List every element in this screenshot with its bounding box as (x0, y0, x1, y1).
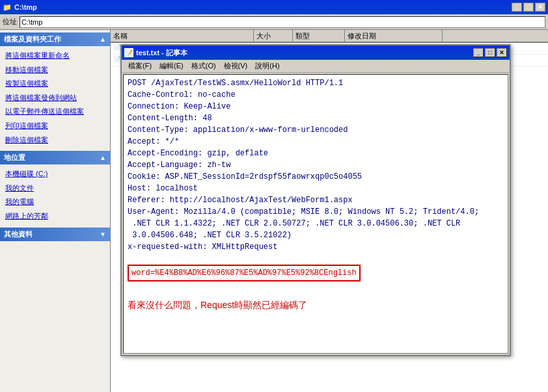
menu-file[interactable]: 檔案(F) (124, 60, 156, 72)
sidebar-item-print[interactable]: 列印這個檔案 (0, 119, 110, 133)
sidebar-item-move[interactable]: 移動這個檔案 (0, 63, 110, 77)
notepad-line-7: Accept-Language: zh-tw (128, 159, 504, 171)
window-titlebar: 📁 C:\tmp _ □ ✕ (0, 0, 548, 14)
sidebar-item-my-computer[interactable]: 我的電腦 (0, 195, 110, 209)
sidebar-item-my-docs[interactable]: 我的文件 (0, 181, 110, 196)
sidebar-location-title: 地位置 (4, 153, 25, 163)
menu-view[interactable]: 檢視(V) (220, 60, 252, 72)
notepad-line-4: Content-Type: application/x-www-form-url… (128, 124, 504, 136)
notepad-minimize-button[interactable]: _ (473, 48, 484, 57)
sidebar-section-location: 地位置 ▲ 本機磁碟 (C:) 我的文件 我的電腦 網路上的芳鄰 (0, 151, 110, 223)
notepad-icon: 📝 (124, 48, 133, 57)
sidebar: 檔案及資料夾工作 ▲ 將這個檔案重新命名 移動這個檔案 複製這個檔案 將這個檔案… (0, 30, 111, 392)
notepad-line-8: Cookie: ASP.NET_SessionId=2rdspf55faowrx… (128, 171, 504, 183)
address-input[interactable] (20, 16, 545, 28)
notepad-window: 📝 test.txt - 記事本 _ □ ✕ 檔案(F) 編輯(E) 格式(O)… (120, 44, 511, 356)
notepad-line-11: User-Agent: Mozilla/4.0 (compatible; MSI… (128, 206, 504, 218)
sidebar-section-files-header[interactable]: 檔案及資料夾工作 ▲ (0, 33, 110, 46)
menu-format[interactable]: 格式(O) (187, 60, 220, 72)
notepad-line-2: Connection: Keep-Alive (128, 101, 504, 112)
notepad-line-10: Referer: http://localhost/AjaxTest/WebFo… (128, 194, 504, 206)
notepad-title: test.txt - 記事本 (136, 48, 473, 58)
address-bar: 位址 (0, 14, 548, 30)
notepad-content[interactable]: POST /AjaxTest/TestWS.asmx/HelloWorld HT… (123, 74, 508, 354)
notepad-titlebar: 📝 test.txt - 記事本 _ □ ✕ (122, 46, 510, 60)
notepad-line-9: Host: localhost (128, 183, 504, 194)
sidebar-item-local-disk[interactable]: 本機磁碟 (C:) (0, 167, 110, 181)
col-header-name[interactable]: 名稱 (111, 30, 254, 42)
notepad-line-13: 3.0.04506.648; .NET CLR 3.5.21022) (128, 229, 504, 241)
chevron-up-icon-2: ▲ (100, 154, 106, 161)
sidebar-other-title: 其他資料 (4, 229, 33, 239)
minimize-button[interactable]: _ (512, 3, 522, 12)
sidebar-item-email[interactable]: 以電子郵件傳送這個檔案 (0, 105, 110, 119)
notepad-line-14: x-requested-with: XMLHttpRequest (128, 241, 504, 253)
highlight-text: word=%E4%B8%AD%E6%96%87%E5%AD%97%E5%92%8… (128, 265, 361, 281)
notepad-line-6: Accept-Encoding: gzip, deflate (128, 148, 504, 159)
window-icon: 📁 (3, 3, 12, 12)
notepad-menubar: 檔案(F) 編輯(E) 格式(O) 檢視(V) 說明(H) (122, 60, 510, 73)
chevron-down-icon: ▼ (100, 231, 106, 238)
notepad-line-1: Cache-Control: no-cache (128, 89, 504, 101)
sidebar-item-copy[interactable]: 複製這個檔案 (0, 77, 110, 91)
sidebar-section-other: 其他資料 ▼ (0, 228, 110, 241)
notepad-maximize-button[interactable]: □ (485, 48, 495, 57)
col-header-date[interactable]: 修改日期 (345, 30, 443, 42)
notepad-line-3: Content-Length: 48 (128, 112, 504, 124)
notepad-comment: 看來沒什么問題，Request時顯然已經編碼了 (128, 298, 504, 312)
sidebar-files-title: 檔案及資料夾工作 (4, 34, 61, 44)
sidebar-section-other-header[interactable]: 其他資料 ▼ (0, 228, 110, 241)
sidebar-item-delete[interactable]: 刪除這個檔案 (0, 133, 110, 148)
sidebar-section-files: 檔案及資料夾工作 ▲ 將這個檔案重新命名 移動這個檔案 複製這個檔案 將這個檔案… (0, 33, 110, 147)
close-button[interactable]: ✕ (535, 3, 545, 12)
notepad-line-0: POST /AjaxTest/TestWS.asmx/HelloWorld HT… (128, 77, 504, 89)
titlebar-buttons: _ □ ✕ (512, 3, 545, 12)
chevron-up-icon: ▲ (100, 36, 106, 43)
sidebar-item-rename[interactable]: 將這個檔案重新命名 (0, 49, 110, 63)
col-header-type[interactable]: 類型 (293, 30, 345, 42)
sidebar-section-location-header[interactable]: 地位置 ▲ (0, 151, 110, 164)
notepad-line-12: .NET CLR 1.1.4322; .NET CLR 2.0.50727; .… (128, 218, 504, 229)
notepad-title-buttons: _ □ ✕ (473, 48, 507, 57)
menu-help[interactable]: 說明(H) (251, 60, 283, 72)
notepad-line-5: Accept: */* (128, 136, 504, 148)
menu-edit[interactable]: 編輯(E) (156, 60, 187, 72)
sidebar-item-publish[interactable]: 將這個檔案發佈到網站 (0, 91, 110, 105)
window-title: C:\tmp (14, 3, 512, 11)
col-header-size[interactable]: 大小 (254, 30, 293, 42)
notepad-close-button[interactable]: ✕ (497, 48, 507, 57)
sidebar-item-network[interactable]: 網路上的芳鄰 (0, 209, 110, 224)
file-list-header: 名稱 大小 類型 修改日期 (111, 30, 548, 43)
address-label: 位址 (3, 17, 17, 27)
highlight-box: word=%E4%B8%AD%E6%96%87%E5%AD%97%E5%92%8… (128, 265, 504, 281)
maximize-button[interactable]: □ (523, 3, 534, 12)
